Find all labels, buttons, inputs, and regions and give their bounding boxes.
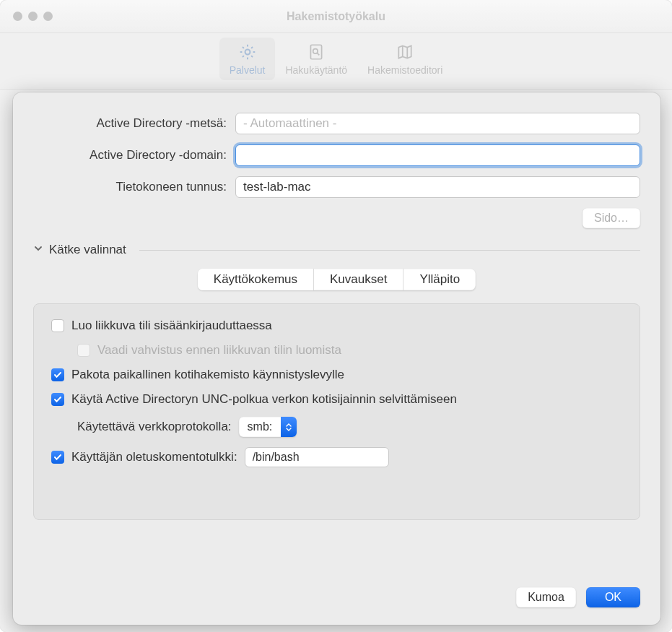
titlebar: Hakemistotyökalu: [0, 0, 672, 33]
ok-button[interactable]: OK: [586, 587, 640, 607]
checkbox-default-shell[interactable]: [51, 451, 64, 464]
search-doc-icon: [306, 42, 326, 62]
checkbox-create-mobile[interactable]: [51, 319, 64, 332]
tab-mappings[interactable]: Kuvaukset: [314, 269, 403, 290]
label-force-local-home: Pakota paikallinen kotihakemisto käynnis…: [71, 368, 344, 382]
tabs: Käyttökokemus Kuvaukset Ylläpito: [198, 269, 476, 290]
svg-rect-1: [311, 45, 322, 59]
toolbar-services[interactable]: Palvelut: [219, 38, 276, 80]
toolbar-directory-editor[interactable]: Hakemistoeditori: [357, 38, 453, 80]
cancel-button[interactable]: Kumoa: [516, 587, 576, 607]
gear-icon: [237, 42, 258, 62]
window-title: Hakemistotyökalu: [0, 10, 672, 23]
protocol-value: smb:: [239, 420, 282, 433]
label-use-unc: Käytä Active Directoryn UNC-polkua verko…: [71, 392, 457, 407]
checkbox-force-local-home[interactable]: [51, 368, 64, 381]
svg-point-0: [245, 50, 250, 55]
computer-id-input[interactable]: [235, 176, 640, 198]
protocol-popup[interactable]: smb:: [239, 417, 297, 437]
maximize-button[interactable]: [43, 12, 53, 21]
minimize-button[interactable]: [28, 12, 38, 21]
checkbox-require-confirm: [77, 344, 90, 357]
default-shell-input[interactable]: [245, 447, 389, 467]
protocol-label: Käytettävä verkkoprotokolla:: [77, 420, 232, 434]
separator: [139, 250, 640, 251]
toolbar-search-policy[interactable]: Hakukäytäntö: [275, 38, 357, 80]
computer-id-label: Tietokoneen tunnus:: [33, 180, 235, 194]
popup-arrows-icon: [281, 417, 297, 437]
tab-ux[interactable]: Käyttökokemus: [198, 269, 314, 290]
traffic-lights: [13, 12, 53, 21]
map-icon: [395, 42, 415, 62]
toolbar-services-label: Palvelut: [230, 64, 266, 76]
config-sheet: Active Directory -metsä: Active Director…: [13, 92, 660, 625]
domain-label: Active Directory -domain:: [33, 148, 235, 163]
toolbar-search-policy-label: Hakukäytäntö: [285, 64, 347, 76]
forest-input[interactable]: [235, 113, 640, 134]
disclosure-label[interactable]: Kätke valinnat: [49, 243, 126, 257]
checkbox-use-unc[interactable]: [51, 393, 64, 406]
label-create-mobile: Luo liikkuva tili sisäänkirjauduttaessa: [71, 319, 272, 333]
chevron-down-icon[interactable]: [33, 243, 43, 256]
bind-button[interactable]: Sido…: [582, 208, 640, 228]
forest-label: Active Directory -metsä:: [33, 116, 235, 131]
domain-input[interactable]: [235, 144, 640, 166]
label-require-confirm: Vaadi vahvistus ennen liikkuvan tilin lu…: [97, 343, 341, 358]
close-button[interactable]: [13, 12, 22, 21]
window: Hakemistotyökalu Palvelut Hakukäytäntö: [0, 0, 672, 632]
options-panel: Luo liikkuva tili sisäänkirjauduttaessa …: [33, 303, 640, 520]
toolbar-directory-editor-label: Hakemistoeditori: [367, 64, 442, 76]
tab-admin[interactable]: Ylläpito: [403, 269, 476, 290]
svg-line-3: [317, 53, 319, 55]
toolbar: Palvelut Hakukäytäntö Hakemistoeditori: [0, 33, 672, 90]
label-default-shell: Käyttäjän oletuskomentotulkki:: [71, 450, 237, 464]
